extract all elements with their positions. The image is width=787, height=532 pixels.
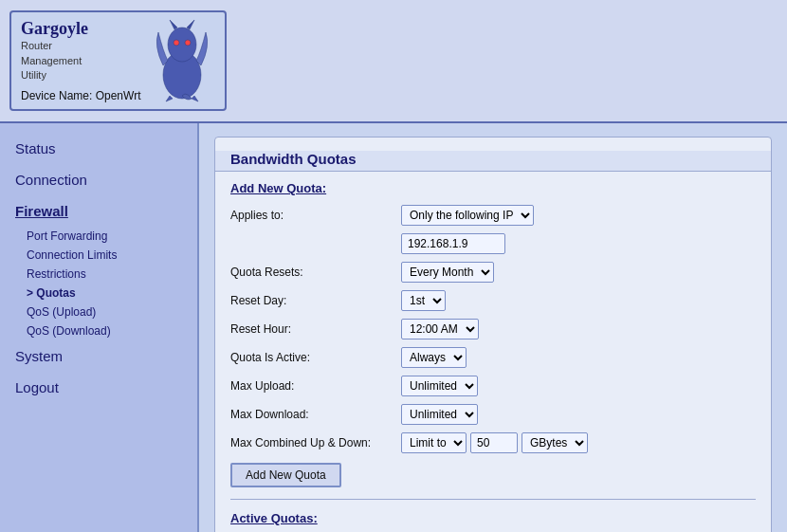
quota-resets-label: Quota Resets: — [230, 266, 401, 279]
quota-active-select[interactable]: Always — [401, 347, 467, 368]
reset-hour-row: Reset Hour: 12:00 AM — [230, 319, 756, 339]
svg-point-3 — [185, 40, 191, 46]
sidebar-item-port-forwarding[interactable]: Port Forwarding — [0, 227, 197, 246]
add-quota-btn-row: Add New Quota — [230, 463, 756, 487]
quota-resets-select[interactable]: Every Month — [401, 262, 494, 283]
sidebar-item-quotas[interactable]: Quotas — [0, 284, 197, 303]
quota-resets-row: Quota Resets: Every Month — [230, 262, 756, 283]
reset-hour-select[interactable]: 12:00 AM — [401, 319, 479, 339]
max-download-control: Unlimited — [401, 404, 478, 425]
gargoyle-icon — [149, 18, 215, 103]
logo-box: Gargoyle Router Management Utility Devic… — [9, 10, 227, 111]
max-upload-control: Unlimited — [401, 376, 478, 396]
reset-day-label: Reset Day: — [230, 294, 401, 307]
max-combined-label: Max Combined Up & Down: — [230, 436, 401, 449]
max-combined-select[interactable]: Limit to — [401, 432, 467, 453]
reset-day-row: Reset Day: 1st — [230, 290, 756, 311]
add-quota-button[interactable]: Add New Quota — [230, 463, 341, 487]
reset-day-control: 1st — [401, 290, 446, 311]
applies-to-select[interactable]: Only the following IP — [401, 205, 534, 226]
reset-hour-label: Reset Hour: — [230, 322, 401, 336]
applies-to-label: Applies to: — [230, 209, 401, 222]
active-quotas-title: Active Quotas: — [230, 511, 756, 525]
sidebar-item-restrictions[interactable]: Restrictions — [0, 265, 197, 284]
sidebar-item-connection-limits[interactable]: Connection Limits — [0, 246, 197, 265]
ip-input[interactable] — [401, 233, 505, 254]
main-layout: Status Connection Firewall Port Forwardi… — [0, 123, 787, 532]
divider — [230, 499, 756, 500]
quota-active-control: Always — [401, 347, 467, 368]
max-combined-row: Max Combined Up & Down: Limit to GBytes — [230, 432, 756, 453]
sidebar-item-status[interactable]: Status — [0, 133, 197, 164]
applies-to-row: Applies to: Only the following IP — [230, 205, 756, 226]
panel-title: Bandwidth Quotas — [215, 151, 771, 172]
sidebar-item-system[interactable]: System — [0, 340, 197, 372]
sidebar-item-qos-download[interactable]: QoS (Download) — [0, 321, 197, 340]
max-download-select[interactable]: Unlimited — [401, 404, 478, 425]
applies-to-control: Only the following IP — [401, 205, 534, 226]
reset-day-select[interactable]: 1st — [401, 290, 446, 311]
svg-point-1 — [168, 28, 196, 62]
max-download-label: Max Download: — [230, 408, 401, 421]
max-combined-amount[interactable] — [470, 432, 518, 453]
ip-row — [230, 233, 756, 254]
max-upload-label: Max Upload: — [230, 379, 401, 393]
max-download-row: Max Download: Unlimited — [230, 404, 756, 425]
sidebar-item-qos-upload[interactable]: QoS (Upload) — [0, 303, 197, 321]
bandwidth-quotas-panel: Bandwidth Quotas Add New Quota: Applies … — [214, 137, 772, 532]
quota-resets-control: Every Month — [401, 262, 494, 283]
reset-hour-control: 12:00 AM — [401, 319, 479, 339]
logo-text: Gargoyle Router Management Utility Devic… — [21, 19, 141, 101]
max-combined-unit-select[interactable]: GBytes — [522, 432, 588, 453]
app-subtitle: Router Management Utility — [21, 39, 141, 83]
svg-point-2 — [174, 40, 179, 46]
quota-active-label: Quota Is Active: — [230, 351, 401, 364]
add-quota-title: Add New Quota: — [230, 181, 756, 195]
header: Gargoyle Router Management Utility Devic… — [0, 0, 787, 123]
sidebar-item-firewall[interactable]: Firewall — [0, 195, 197, 227]
device-name: Device Name: OpenWrt — [21, 89, 141, 102]
ip-control — [401, 233, 505, 254]
sidebar: Status Connection Firewall Port Forwardi… — [0, 123, 199, 532]
app-name: Gargoyle — [21, 19, 141, 39]
sidebar-item-logout[interactable]: Logout — [0, 372, 197, 403]
content: Bandwidth Quotas Add New Quota: Applies … — [199, 123, 787, 532]
sidebar-item-connection[interactable]: Connection — [0, 164, 197, 195]
max-upload-select[interactable]: Unlimited — [401, 376, 478, 396]
max-upload-row: Max Upload: Unlimited — [230, 376, 756, 396]
quota-active-row: Quota Is Active: Always — [230, 347, 756, 368]
max-combined-control: Limit to GBytes — [401, 432, 588, 453]
